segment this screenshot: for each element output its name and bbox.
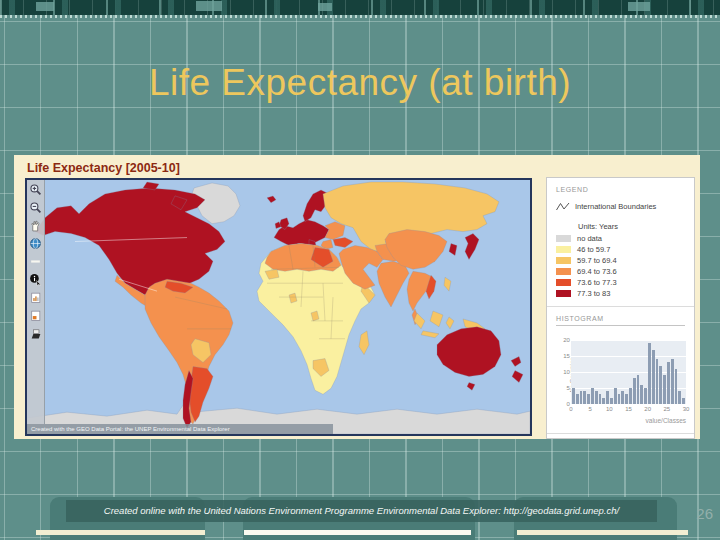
legend-class-row: no data <box>556 234 685 242</box>
histogram-header: HISTOGRAM <box>556 315 685 326</box>
layers-icon[interactable] <box>29 309 42 322</box>
bottom-strip <box>517 530 688 535</box>
legend-class-row: 59.7 to 69.4 <box>556 256 685 264</box>
footer-text: Created online with the United Nations E… <box>66 500 657 522</box>
histogram-bar <box>599 394 602 404</box>
histogram-bar <box>656 359 659 404</box>
legend-class-label: 77.3 to 83 <box>577 289 610 298</box>
histogram-bar <box>659 366 662 404</box>
map-screenshot-panel: Life Expectancy [2005-10] <box>14 155 700 439</box>
histogram-bar <box>606 391 609 404</box>
histogram-x-tick: 30 <box>683 406 690 412</box>
boundaries-label: International Boundaries <box>575 202 656 211</box>
histogram-x-tick: 25 <box>663 406 670 412</box>
identify-icon[interactable] <box>29 273 42 286</box>
circuit-border-dots <box>0 15 720 18</box>
histogram-bar <box>625 394 628 404</box>
world-map <box>27 180 530 434</box>
histogram-bar <box>675 369 678 404</box>
units-label: Units: Years <box>578 222 685 231</box>
histogram-bar <box>682 398 685 404</box>
legend-class-label: 59.7 to 69.4 <box>577 256 617 265</box>
zoom-out-icon[interactable] <box>29 201 42 214</box>
separator-icon <box>29 255 42 268</box>
circuit-chip <box>36 2 54 11</box>
histogram-bar <box>652 350 655 404</box>
page-number: 26 <box>696 505 713 522</box>
histogram-x-tick: 0 <box>569 406 572 412</box>
histogram-y-tick: 10 <box>563 369 570 375</box>
histogram-bar <box>618 394 621 404</box>
legend-swatch <box>556 268 571 275</box>
circuit-chip <box>318 3 332 11</box>
histogram-bar <box>572 388 575 404</box>
pan-hand-icon[interactable] <box>29 219 42 232</box>
legend-swatch <box>556 290 571 297</box>
page-title: Life Expectancy (at birth) <box>0 62 720 104</box>
bottom-strip <box>244 530 471 535</box>
legend-class-row: 73.6 to 77.3 <box>556 278 685 286</box>
chart-page-icon[interactable] <box>29 291 42 304</box>
legend-header: LEGEND <box>556 186 685 193</box>
histogram-x-tick: 5 <box>588 406 591 412</box>
map-canvas[interactable]: Created with the GEO Data Portal: the UN… <box>25 178 532 436</box>
legend-class-label: 73.6 to 77.3 <box>577 278 617 287</box>
boundaries-line-icon <box>556 202 570 211</box>
legend-class-row: 69.4 to 73.6 <box>556 267 685 275</box>
histogram-bar <box>602 398 605 404</box>
histogram-bar <box>678 391 681 404</box>
histogram-bar <box>595 391 598 404</box>
histogram-bar <box>671 359 674 404</box>
histogram-bar <box>591 388 594 404</box>
histogram-bar <box>576 394 579 404</box>
histogram-x-tick: 20 <box>644 406 651 412</box>
histogram-bar <box>587 394 590 404</box>
histogram-chart: No Countries 05101520 <box>571 340 686 404</box>
histogram-bar <box>621 391 624 404</box>
globe-icon[interactable] <box>29 237 42 250</box>
legend-class-label: no data <box>577 234 602 243</box>
legend-swatch <box>556 235 571 242</box>
zoom-in-icon[interactable] <box>29 183 42 196</box>
histogram-bar <box>583 391 586 404</box>
histogram-y-tick: 20 <box>563 337 570 343</box>
panel-divider <box>547 433 694 434</box>
map-window-title: Life Expectancy [2005-10] <box>27 161 180 175</box>
histogram-bar <box>667 362 670 404</box>
legend-swatch <box>556 246 571 253</box>
histogram-bar <box>648 343 651 404</box>
bottom-strip <box>36 530 205 535</box>
histogram-bar <box>614 388 617 404</box>
slide: Life Expectancy (at birth) Life Expectan… <box>0 0 720 540</box>
circuit-chip <box>196 1 222 11</box>
histogram-x-tick: 10 <box>606 406 613 412</box>
map-toolbar <box>27 180 45 424</box>
histogram-bar <box>629 388 632 404</box>
histogram-bar <box>663 375 666 404</box>
histogram-bar <box>640 385 643 404</box>
histogram-bar <box>633 378 636 404</box>
legend-class-label: 46 to 59.7 <box>577 245 610 254</box>
circuit-border <box>0 0 720 15</box>
histogram-y-tick: 5 <box>567 385 570 391</box>
histogram-x-ticks: 051015202530 <box>571 406 686 414</box>
histogram-y-tick: 15 <box>563 353 570 359</box>
info-panel: LEGEND International Boundaries Units: Y… <box>546 177 695 439</box>
legend-swatch <box>556 257 571 264</box>
histogram-bars <box>571 340 686 404</box>
histogram-x-label: value/Classes <box>547 417 686 424</box>
circuit-chip <box>628 2 650 11</box>
histogram-bar <box>580 391 583 404</box>
histogram-bar <box>610 398 613 404</box>
legend-classes: no data46 to 59.759.7 to 69.469.4 to 73.… <box>547 234 694 297</box>
map-attribution: Created with the GEO Data Portal: the UN… <box>27 424 333 434</box>
footer-bar: Created online with the United Nations E… <box>66 500 657 522</box>
legend-class-row: 46 to 59.7 <box>556 245 685 253</box>
legend-class-row: 77.3 to 83 <box>556 289 685 297</box>
histogram-bar <box>637 375 640 404</box>
legend-class-label: 69.4 to 73.6 <box>577 267 617 276</box>
histogram-bar <box>644 388 647 404</box>
histogram-x-tick: 15 <box>625 406 632 412</box>
panel-divider <box>547 306 694 307</box>
print-icon[interactable] <box>29 327 42 340</box>
